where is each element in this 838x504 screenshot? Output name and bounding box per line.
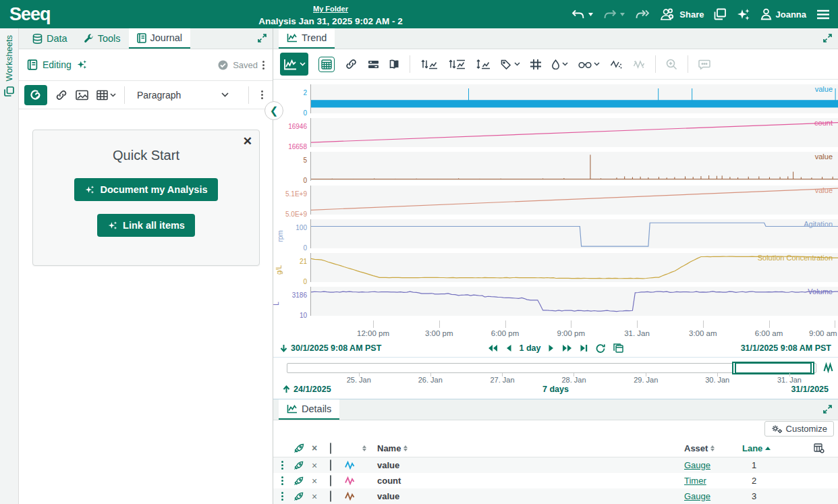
gridlines-button[interactable]: [530, 59, 541, 69]
close-icon[interactable]: ✕: [243, 136, 252, 147]
customize-button[interactable]: Customize: [764, 421, 834, 437]
auto-scale-lanes-button[interactable]: [420, 59, 438, 69]
row-menu-button[interactable]: [281, 492, 283, 501]
lane-6-yaxis[interactable]: g/L210: [273, 253, 310, 287]
redo-button[interactable]: [603, 9, 625, 20]
series-label[interactable]: Volume: [808, 287, 833, 296]
lane-3-yaxis[interactable]: 50: [273, 152, 310, 186]
investigate-range-start[interactable]: 24/1/2025: [294, 385, 331, 394]
select-all-checkbox[interactable]: [330, 443, 331, 454]
table-row[interactable]: × value Gauge 1: [273, 457, 838, 473]
lane-5-plot[interactable]: Agitation: [310, 219, 838, 248]
user-menu[interactable]: Joanna: [760, 8, 806, 20]
document-analysis-button[interactable]: Document my Analysis: [74, 178, 217, 201]
series-label[interactable]: Solution Concentration: [758, 254, 833, 262]
trend-xaxis[interactable]: 12:00 pm 3:00 pm 6:00 pm 9:00 pm 31. Jan…: [310, 320, 838, 339]
collapse-panel-button[interactable]: ❮: [264, 101, 283, 120]
expand-left-panel-button[interactable]: [257, 33, 267, 43]
tab-trend[interactable]: Trend: [279, 28, 335, 49]
column-header-name[interactable]: Name: [372, 443, 684, 453]
lane-7-yaxis[interactable]: L318610: [273, 287, 310, 320]
ai-assistant-button[interactable]: [737, 8, 750, 21]
step-back-fast-button[interactable]: [488, 344, 498, 352]
tab-tools[interactable]: Tools: [76, 28, 129, 49]
step-forward-button[interactable]: [549, 344, 554, 352]
insert-image-button[interactable]: [76, 90, 88, 101]
copy-range-button[interactable]: [613, 343, 623, 353]
sort-type-button[interactable]: [362, 445, 372, 451]
tab-data[interactable]: Data: [24, 28, 76, 49]
lane-2-yaxis[interactable]: 1694616658: [273, 118, 310, 152]
investigate-range-end[interactable]: 31/1/2025: [791, 385, 829, 394]
row-asset-swap-button[interactable]: [294, 476, 304, 486]
binoculars-button[interactable]: [578, 60, 600, 69]
compare-view-button[interactable]: [368, 59, 379, 69]
display-range-start[interactable]: 30/1/2025 9:08 AM PST: [291, 343, 381, 353]
lane-3-plot[interactable]: value: [310, 152, 838, 181]
asset-link[interactable]: Timer: [684, 476, 742, 486]
row-asset-swap-button[interactable]: [294, 461, 304, 470]
insert-table-button[interactable]: [96, 90, 116, 101]
series-label[interactable]: Agitation: [804, 220, 833, 228]
table-row[interactable]: × value Gauge 3: [273, 488, 838, 504]
asset-link[interactable]: Gauge: [684, 491, 742, 501]
dimming-button[interactable]: [389, 59, 399, 69]
step-forward-fast-button[interactable]: [562, 344, 572, 352]
share-button[interactable]: Share: [660, 8, 704, 21]
squeeze-range-button[interactable]: [823, 362, 834, 373]
capsule-time-button[interactable]: [318, 57, 335, 72]
zoom-button[interactable]: [666, 59, 677, 70]
lane-4-plot[interactable]: value: [310, 186, 838, 215]
column-settings-button[interactable]: [814, 443, 825, 453]
worksheets-overview-button[interactable]: [714, 8, 727, 20]
expand-details-button[interactable]: [822, 404, 833, 414]
undo-button[interactable]: [571, 9, 593, 20]
investigate-range-duration[interactable]: 7 days: [542, 385, 569, 394]
tab-details[interactable]: Details: [279, 399, 339, 420]
expand-trend-button[interactable]: [822, 33, 833, 43]
insert-link-button[interactable]: [55, 90, 67, 101]
annotate-button[interactable]: [698, 59, 710, 69]
breadcrumb-folder-link[interactable]: My Folder: [313, 5, 348, 13]
tab-journal[interactable]: Journal: [129, 28, 191, 49]
row-checkbox[interactable]: [330, 475, 331, 486]
lane-2-plot[interactable]: count: [310, 118, 838, 147]
series-label[interactable]: value: [815, 85, 833, 93]
toolbar-overflow-button[interactable]: [257, 90, 267, 99]
remove-item-button[interactable]: ×: [312, 476, 317, 486]
samples-button[interactable]: [551, 59, 568, 69]
remove-item-button[interactable]: ×: [312, 460, 317, 471]
row-asset-swap-button[interactable]: [294, 492, 304, 501]
duration-value[interactable]: 1 day: [520, 343, 541, 353]
main-menu-button[interactable]: [816, 9, 830, 20]
derived-signal-button[interactable]: [610, 59, 623, 69]
asset-link[interactable]: Gauge: [684, 460, 742, 470]
one-axis-button[interactable]: [476, 59, 491, 69]
column-header-asset[interactable]: Asset: [684, 443, 742, 453]
row-checkbox[interactable]: [330, 491, 331, 502]
series-label[interactable]: value: [815, 186, 833, 194]
remove-item-button[interactable]: ×: [312, 491, 317, 502]
lane-6-plot[interactable]: Solution Concentration: [310, 253, 838, 282]
item-name[interactable]: value: [372, 460, 684, 470]
go-to-now-button[interactable]: [580, 344, 588, 352]
series-label[interactable]: value: [815, 152, 833, 161]
one-lane-button[interactable]: [448, 59, 466, 69]
labels-button[interactable]: [501, 59, 520, 69]
lane-7-plot[interactable]: Volume: [310, 287, 838, 316]
journal-menu-button[interactable]: [262, 61, 264, 69]
redo-all-button[interactable]: [635, 9, 650, 20]
row-menu-button[interactable]: [281, 461, 283, 470]
remove-all-button[interactable]: ×: [312, 443, 317, 453]
item-name[interactable]: count: [372, 476, 684, 486]
table-row[interactable]: × count Timer 2: [273, 473, 838, 488]
row-checkbox[interactable]: [330, 459, 331, 471]
seeq-logo[interactable]: Seeq: [0, 4, 60, 25]
chain-view-button[interactable]: [345, 59, 358, 69]
lane-5-yaxis[interactable]: rpm1000: [273, 219, 310, 253]
worksheets-strip[interactable]: Worksheets: [0, 28, 19, 504]
paragraph-style-select[interactable]: Paragraph: [133, 90, 229, 101]
item-name[interactable]: value: [372, 491, 684, 501]
lane-1-plot[interactable]: value: [310, 84, 838, 113]
series-label[interactable]: count: [814, 119, 833, 127]
